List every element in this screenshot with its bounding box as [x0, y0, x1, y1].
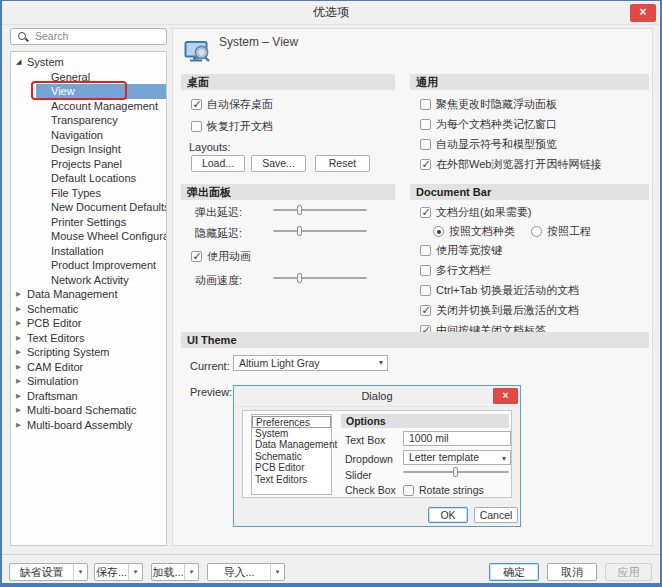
chevron-right-icon[interactable]: ▶: [16, 418, 25, 433]
checkbox[interactable]: [420, 245, 431, 256]
close-switch-last-row[interactable]: 关闭并切换到最后激活的文档: [420, 303, 579, 317]
animation-speed-slider[interactable]: [273, 272, 367, 284]
checkbox[interactable]: [191, 121, 202, 132]
import-split-button[interactable]: 导入... ▾: [207, 563, 285, 581]
chevron-right-icon[interactable]: ▶: [16, 316, 25, 331]
preferences-tree[interactable]: ◢System General View Account Management …: [10, 51, 167, 546]
checkbox[interactable]: [420, 207, 431, 218]
title-bar[interactable]: 优选项 ×: [2, 1, 660, 25]
checkbox[interactable]: [420, 159, 431, 170]
sidebar-item-system[interactable]: ◢System: [11, 55, 166, 70]
use-animation-row[interactable]: 使用动画: [191, 249, 251, 263]
current-theme-label: Current:: [190, 359, 230, 373]
sidebar-item-navigation[interactable]: Navigation: [11, 128, 166, 143]
checkbox[interactable]: [420, 119, 431, 130]
search-input[interactable]: Search: [10, 28, 167, 45]
cancel-button[interactable]: 取消: [547, 563, 597, 581]
chevron-right-icon[interactable]: ▶: [16, 302, 25, 317]
sidebar-item-mouse-wheel-configuration[interactable]: Mouse Wheel Configuration: [11, 229, 166, 244]
apply-button[interactable]: 应用: [605, 563, 652, 581]
external-browser-row[interactable]: 在外部Web浏览器打开因特网链接: [420, 157, 601, 171]
sidebar-item-transparency[interactable]: Transparency: [11, 113, 166, 128]
chevron-right-icon[interactable]: ▶: [16, 403, 25, 418]
sidebar-item-view[interactable]: View: [11, 84, 166, 99]
hide-delay-label: 隐藏延迟:: [195, 226, 242, 240]
sidebar-item-new-document-defaults[interactable]: New Document Defaults: [11, 200, 166, 215]
sidebar-item-text-editors[interactable]: ▶Text Editors: [11, 331, 166, 346]
radio[interactable]: [433, 226, 444, 237]
load-button[interactable]: 加载...: [152, 564, 185, 580]
group-by-project-radio[interactable]: 按照工程: [531, 224, 591, 238]
auto-preview-row[interactable]: 自动显示符号和模型预览: [420, 137, 557, 151]
chevron-right-icon[interactable]: ▶: [16, 360, 25, 375]
checkbox[interactable]: [191, 251, 202, 262]
sidebar-item-product-improvement[interactable]: Product Improvement: [11, 258, 166, 273]
ctrl-tab-row[interactable]: Ctrl+Tab 切换最近活动的文档: [420, 283, 579, 297]
save-split-button[interactable]: 保存... ▾: [94, 563, 143, 581]
sidebar-item-file-types[interactable]: File Types: [11, 186, 166, 201]
page-header: [184, 40, 212, 66]
import-button[interactable]: 导入...: [208, 564, 271, 580]
popup-delay-slider[interactable]: [273, 204, 367, 216]
chevron-right-icon[interactable]: ▶: [16, 389, 25, 404]
defaults-split-button[interactable]: 缺省设置 ▾: [9, 563, 88, 581]
autosave-desktop-row[interactable]: 自动保存桌面: [191, 97, 273, 111]
remember-window-row[interactable]: 为每个文档种类记忆窗口: [420, 117, 557, 131]
preview-textbox: 1000 mil: [403, 431, 511, 446]
close-button[interactable]: ×: [630, 4, 656, 22]
sidebar-item-account-management[interactable]: Account Management: [11, 99, 166, 114]
checkbox[interactable]: [420, 99, 431, 110]
close-icon: ×: [639, 5, 646, 19]
slider-thumb[interactable]: [297, 226, 302, 236]
save-layout-button[interactable]: Save...: [251, 155, 306, 172]
sidebar-item-printer-settings[interactable]: Printer Settings: [11, 215, 166, 230]
chevron-right-icon[interactable]: ▶: [16, 287, 25, 302]
theme-dropdown[interactable]: Altium Light Gray ▾: [233, 355, 388, 371]
save-button[interactable]: 保存...: [95, 564, 129, 580]
radio[interactable]: [531, 226, 542, 237]
chevron-down-icon[interactable]: ▾: [185, 564, 198, 580]
checkbox[interactable]: [191, 99, 202, 110]
sidebar-item-scripting-system[interactable]: ▶Scripting System: [11, 345, 166, 360]
load-layout-button[interactable]: Load...: [191, 155, 245, 172]
sidebar-item-projects-panel[interactable]: Projects Panel: [11, 157, 166, 172]
group-by-kind-radio[interactable]: 按照文档种类: [433, 224, 515, 238]
checkbox[interactable]: [420, 139, 431, 150]
sidebar-item-cam-editor[interactable]: ▶CAM Editor: [11, 360, 166, 375]
group-documents-row[interactable]: 文档分组(如果需要): [420, 205, 531, 219]
sidebar-item-design-insight[interactable]: Design Insight: [11, 142, 166, 157]
restore-open-documents-row[interactable]: 恢复打开文档: [191, 119, 273, 133]
slider-thumb[interactable]: [297, 205, 302, 215]
sidebar-item-pcb-editor[interactable]: ▶PCB Editor: [11, 316, 166, 331]
chevron-expanded-icon[interactable]: ◢: [16, 55, 25, 70]
load-split-button[interactable]: 加载... ▾: [151, 563, 199, 581]
defaults-button[interactable]: 缺省设置: [10, 564, 74, 580]
sidebar-item-data-management[interactable]: ▶Data Management: [11, 287, 166, 302]
slider-thumb[interactable]: [297, 273, 302, 283]
sidebar-item-network-activity[interactable]: Network Activity: [11, 273, 166, 288]
sidebar-item-simulation[interactable]: ▶Simulation: [11, 374, 166, 389]
checkbox[interactable]: [420, 305, 431, 316]
checkbox[interactable]: [420, 285, 431, 296]
slider-thumb: [453, 467, 458, 477]
sidebar-item-multi-board-schematic[interactable]: ▶Multi-board Schematic: [11, 403, 166, 418]
sidebar-item-installation[interactable]: Installation: [11, 244, 166, 259]
ok-button[interactable]: 确定: [489, 563, 539, 581]
sidebar-item-schematic[interactable]: ▶Schematic: [11, 302, 166, 317]
chevron-right-icon[interactable]: ▶: [16, 331, 25, 346]
chevron-down-icon[interactable]: ▾: [271, 564, 284, 580]
reset-layout-button[interactable]: Reset: [315, 155, 370, 172]
equal-width-buttons-row[interactable]: 使用等宽按键: [420, 243, 502, 257]
preview-options-header: Options: [341, 414, 509, 428]
checkbox[interactable]: [420, 265, 431, 276]
sidebar-item-draftsman[interactable]: ▶Draftsman: [11, 389, 166, 404]
chevron-right-icon[interactable]: ▶: [16, 374, 25, 389]
chevron-right-icon[interactable]: ▶: [16, 345, 25, 360]
sidebar-item-default-locations[interactable]: Default Locations: [11, 171, 166, 186]
chevron-down-icon[interactable]: ▾: [74, 564, 87, 580]
multiline-docbar-row[interactable]: 多行文档栏: [420, 263, 491, 277]
sidebar-item-multi-board-assembly[interactable]: ▶Multi-board Assembly: [11, 418, 166, 433]
hide-delay-slider[interactable]: [273, 225, 367, 237]
chevron-down-icon[interactable]: ▾: [129, 564, 142, 580]
hide-floating-panels-row[interactable]: 聚焦更改时隐藏浮动面板: [420, 97, 557, 111]
